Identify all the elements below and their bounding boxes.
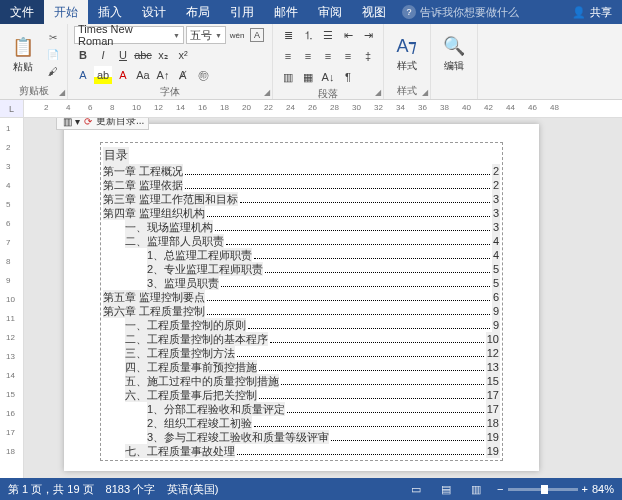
font-name-combo[interactable]: Times New Roman▼ [74,26,184,44]
toc-entry[interactable]: 第四章 监理组织机构3 [103,206,500,220]
clipboard-launcher[interactable]: ◢ [59,88,65,97]
toc-entry[interactable]: 第一章 工程概况2 [103,164,500,178]
bold-button[interactable]: B [74,46,92,64]
page-indicator[interactable]: 第 1 页，共 19 页 [8,482,94,497]
zoom-out-button[interactable]: − [497,483,503,495]
strike-button[interactable]: abc [134,46,152,64]
menu-bar: 文件开始插入设计布局引用邮件审阅视图 ? 告诉我你想要做什么 👤 共享 [0,0,622,24]
toc-entry[interactable]: 五、施工过程中的质量控制措施15 [103,374,500,388]
toc-entry[interactable]: 一、现场监理机构3 [103,220,500,234]
phonetic-guide[interactable]: wén [228,26,246,44]
clear-format[interactable]: A̸ [174,66,192,84]
copy-button[interactable]: 📄 [45,48,61,62]
print-layout-button[interactable]: ▤ [437,482,455,496]
toc-entry[interactable]: 2、专业监理工程师职责5 [103,262,500,276]
align-center[interactable]: ≡ [299,47,317,65]
ruler-vertical[interactable]: 123456789101112131415161718 [0,118,24,478]
zoom-slider[interactable] [508,488,578,491]
toc-entry[interactable]: 二、监理部人员职责4 [103,234,500,248]
toc-entry-text: 1、分部工程验收和质量评定 [147,402,285,416]
shading[interactable]: ▥ [279,68,297,86]
toc-entry-text: 第二章 监理依据 [103,178,183,192]
borders[interactable]: ▦ [299,68,317,86]
numbering[interactable]: ⒈ [299,26,317,44]
styles-launcher[interactable]: ◢ [422,88,428,97]
toc-entry[interactable]: 三、工程质量控制方法12 [103,346,500,360]
highlight-button[interactable]: ab [94,66,112,84]
paste-button[interactable]: 📋 粘贴 [6,27,40,83]
tab-文件[interactable]: 文件 [0,0,44,24]
language-indicator[interactable]: 英语(美国) [167,482,218,497]
toc-entry[interactable]: 二、工程质量控制的基本程序10 [103,332,500,346]
toc-entry[interactable]: 第六章 工程质量控制9 [103,304,500,318]
word-count[interactable]: 8183 个字 [106,482,156,497]
toc-entry[interactable]: 七、工程质量事故处理19 [103,444,500,458]
toc-entry[interactable]: 第五章 监理控制要点6 [103,290,500,304]
toc-entry-page: 2 [492,164,500,178]
font-color[interactable]: A [114,66,132,84]
toc-entry[interactable]: 第二章 监理依据2 [103,178,500,192]
web-layout-button[interactable]: ▥ [467,482,485,496]
zoom-level[interactable]: 84% [592,483,614,495]
update-toc-button[interactable]: 更新目录... [96,118,144,128]
toc-entry[interactable]: 1、总监理工程师职责4 [103,248,500,262]
styles-button[interactable]: A⁊ 样式 [390,26,424,82]
multilevel[interactable]: ☰ [319,26,337,44]
update-toc-icon[interactable]: ⟳ [82,118,94,127]
format-painter-button[interactable]: 🖌 [45,65,61,79]
editing-button[interactable]: 🔍 编辑 [437,26,471,82]
toc-entry[interactable]: 六、工程质量事后把关控制17 [103,388,500,402]
toc-entry-text: 三、工程质量控制方法 [125,346,235,360]
show-marks[interactable]: ¶ [339,68,357,86]
change-case[interactable]: Aa [134,66,152,84]
paragraph-launcher[interactable]: ◢ [375,88,381,97]
tell-me[interactable]: ? 告诉我你想要做什么 [396,0,562,24]
share-button[interactable]: 👤 共享 [562,0,622,24]
bullets[interactable]: ≣ [279,26,297,44]
ruler-horizontal[interactable]: L 24681012141618202224262830323436384042… [0,100,622,118]
cut-button[interactable]: ✂ [45,31,61,45]
toc-entry-page: 4 [492,248,500,262]
zoom-in-button[interactable]: + [582,483,588,495]
italic-button[interactable]: I [94,46,112,64]
tab-视图[interactable]: 视图 [352,0,396,24]
toc-entry[interactable]: 2、组织工程竣工初验18 [103,416,500,430]
font-launcher[interactable]: ◢ [264,88,270,97]
grow-font[interactable]: A↑ [154,66,172,84]
toc-field[interactable]: 目录 第一章 工程概况2第二章 监理依据2第三章 监理工作范围和目标3第四章 监… [100,142,503,461]
underline-button[interactable]: U [114,46,132,64]
toc-entry-page: 10 [486,332,500,346]
toc-entry[interactable]: 四、工程质量事前预控措施13 [103,360,500,374]
document-viewport[interactable]: ▥ ▾ ⟳ 更新目录... 目录 第一章 工程概况2第二章 监理依据2第三章 监… [24,118,622,478]
toc-entry[interactable]: 1、分部工程验收和质量评定17 [103,402,500,416]
tab-插入[interactable]: 插入 [88,0,132,24]
tab-邮件[interactable]: 邮件 [264,0,308,24]
align-right[interactable]: ≡ [319,47,337,65]
char-border[interactable]: A [248,26,266,44]
superscript-button[interactable]: x² [174,46,192,64]
tab-selector[interactable]: L [0,100,24,117]
tab-开始[interactable]: 开始 [44,0,88,24]
decrease-indent[interactable]: ⇤ [339,26,357,44]
justify[interactable]: ≡ [339,47,357,65]
toc-entry[interactable]: 第三章 监理工作范围和目标3 [103,192,500,206]
text-effects[interactable]: A [74,66,92,84]
toc-entry[interactable]: 一、工程质量控制的原则9 [103,318,500,332]
tab-审阅[interactable]: 审阅 [308,0,352,24]
tab-引用[interactable]: 引用 [220,0,264,24]
toc-entry[interactable]: 3、监理员职责5 [103,276,500,290]
increase-indent[interactable]: ⇥ [359,26,377,44]
enclose-char[interactable]: ㊞ [194,66,212,84]
toc-entry[interactable]: 3、参与工程竣工验收和质量等级评审19 [103,430,500,444]
font-size-combo[interactable]: 五号▼ [186,26,226,44]
line-spacing[interactable]: ‡ [359,47,377,65]
sort[interactable]: A↓ [319,68,337,86]
tab-设计[interactable]: 设计 [132,0,176,24]
align-left[interactable]: ≡ [279,47,297,65]
tab-布局[interactable]: 布局 [176,0,220,24]
read-mode-button[interactable]: ▭ [407,482,425,496]
toc-entry-page: 3 [492,206,500,220]
subscript-button[interactable]: x₂ [154,46,172,64]
toc-options-icon[interactable]: ▥ [61,118,73,127]
toc-entry-text: 四、工程质量事前预控措施 [125,360,257,374]
